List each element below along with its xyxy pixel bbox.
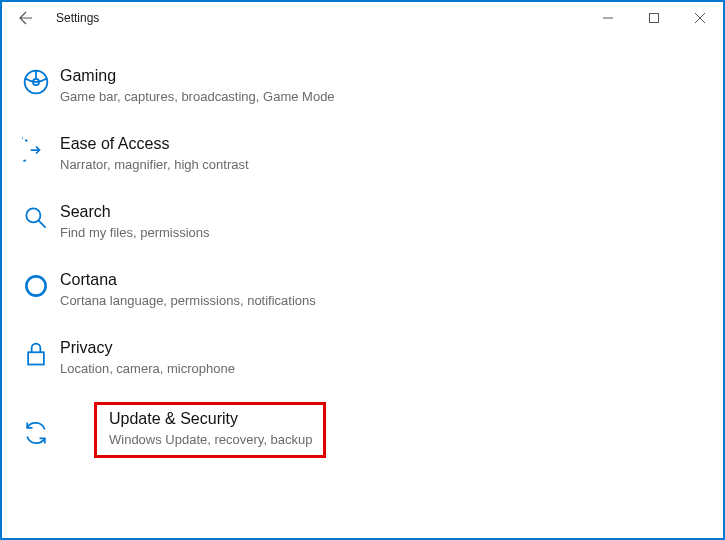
minimize-button[interactable] [585, 2, 631, 34]
item-desc: Location, camera, microphone [60, 360, 235, 378]
item-title: Update & Security [109, 409, 313, 430]
settings-list: Gaming Game bar, captures, broadcasting,… [2, 34, 723, 538]
maximize-button[interactable] [631, 2, 677, 34]
item-desc: Game bar, captures, broadcasting, Game M… [60, 88, 335, 106]
settings-item-search[interactable]: Search Find my files, permissions [18, 188, 719, 256]
settings-window: Settings [0, 0, 725, 540]
sync-icon [18, 411, 54, 447]
item-desc: Cortana language, permissions, notificat… [60, 292, 316, 310]
cortana-icon [18, 270, 54, 300]
arrow-left-icon [18, 10, 34, 26]
back-button[interactable] [12, 4, 40, 32]
settings-item-ease-of-access[interactable]: Ease of Access Narrator, magnifier, high… [18, 120, 719, 188]
window-controls [585, 2, 723, 34]
close-icon [695, 13, 705, 23]
settings-item-update-security[interactable]: Update & Security Windows Update, recove… [18, 392, 719, 458]
item-title: Ease of Access [60, 134, 249, 155]
svg-point-4 [26, 276, 45, 295]
lock-icon [18, 338, 54, 368]
item-desc: Narrator, magnifier, high contrast [60, 156, 249, 174]
close-button[interactable] [677, 2, 723, 34]
item-desc: Find my files, permissions [60, 224, 210, 242]
settings-item-privacy[interactable]: Privacy Location, camera, microphone [18, 324, 719, 392]
svg-rect-0 [650, 14, 659, 23]
item-desc: Windows Update, recovery, backup [109, 431, 313, 449]
settings-item-cortana[interactable]: Cortana Cortana language, permissions, n… [18, 256, 719, 324]
item-title: Gaming [60, 66, 335, 87]
search-icon [18, 202, 54, 232]
maximize-icon [649, 13, 659, 23]
window-title: Settings [56, 11, 99, 25]
ease-of-access-icon [18, 134, 54, 164]
gaming-icon [18, 66, 54, 96]
svg-rect-5 [28, 352, 44, 364]
item-title: Privacy [60, 338, 235, 359]
item-title: Cortana [60, 270, 316, 291]
titlebar: Settings [2, 2, 723, 34]
minimize-icon [603, 13, 613, 23]
item-title: Search [60, 202, 210, 223]
highlight-annotation: Update & Security Windows Update, recove… [94, 402, 326, 458]
svg-point-3 [26, 208, 40, 222]
settings-item-gaming[interactable]: Gaming Game bar, captures, broadcasting,… [18, 52, 719, 120]
